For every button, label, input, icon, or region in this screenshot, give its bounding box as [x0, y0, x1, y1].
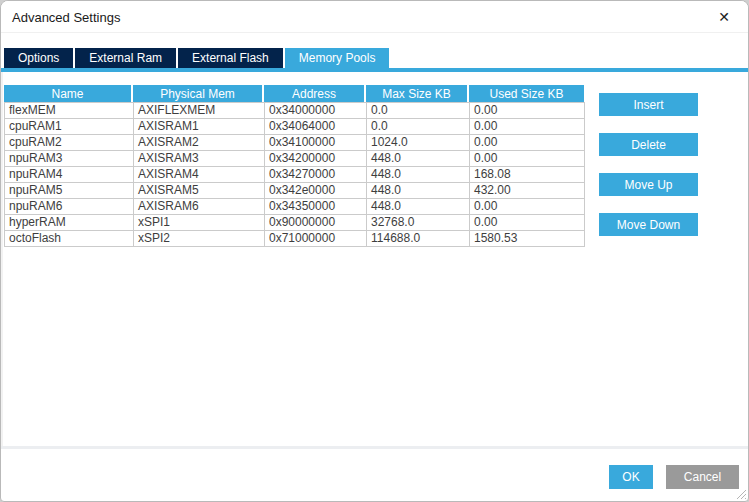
- tab-options[interactable]: Options: [4, 48, 73, 68]
- cell-max-size[interactable]: 114688.0: [367, 231, 470, 247]
- cell-max-size[interactable]: 448.0: [367, 167, 470, 183]
- column-header-max-size: Max Size KB: [366, 85, 469, 102]
- cell-name[interactable]: npuRAM3: [5, 151, 134, 167]
- cell-used-size[interactable]: 432.00: [470, 183, 585, 199]
- table-row[interactable]: npuRAM4 AXISRAM4 0x34270000 448.0 168.08: [5, 167, 585, 183]
- cell-physical-mem[interactable]: AXISRAM6: [134, 199, 265, 215]
- cell-max-size[interactable]: 448.0: [367, 199, 470, 215]
- column-header-physical-mem: Physical Mem: [133, 85, 264, 102]
- cell-max-size[interactable]: 448.0: [367, 183, 470, 199]
- cell-used-size[interactable]: 0.00: [470, 199, 585, 215]
- move-up-button[interactable]: Move Up: [599, 173, 698, 196]
- table-row[interactable]: npuRAM6 AXISRAM6 0x34350000 448.0 0.00: [5, 199, 585, 215]
- tab-memory-pools[interactable]: Memory Pools: [285, 48, 390, 68]
- cell-used-size[interactable]: 168.08: [470, 167, 585, 183]
- cell-used-size[interactable]: 1580.53: [470, 231, 585, 247]
- insert-button[interactable]: Insert: [599, 93, 698, 116]
- cell-used-size[interactable]: 0.00: [470, 151, 585, 167]
- cell-name[interactable]: npuRAM4: [5, 167, 134, 183]
- footer-separator: [1, 446, 748, 449]
- title-bar[interactable]: Advanced Settings ✕: [1, 1, 748, 33]
- cell-name[interactable]: npuRAM6: [5, 199, 134, 215]
- table-row[interactable]: npuRAM3 AXISRAM3 0x34200000 448.0 0.00: [5, 151, 585, 167]
- cell-address[interactable]: 0x34064000: [265, 119, 367, 135]
- cell-name[interactable]: hyperRAM: [5, 215, 134, 231]
- cell-max-size[interactable]: 1024.0: [367, 135, 470, 151]
- cell-address[interactable]: 0x342e0000: [265, 183, 367, 199]
- table-row[interactable]: npuRAM5 AXISRAM5 0x342e0000 448.0 432.00: [5, 183, 585, 199]
- cell-used-size[interactable]: 0.00: [470, 103, 585, 119]
- column-header-used-size: Used Size KB: [469, 85, 584, 102]
- delete-button[interactable]: Delete: [599, 133, 698, 156]
- cell-max-size[interactable]: 32768.0: [367, 215, 470, 231]
- window-title: Advanced Settings: [12, 1, 120, 33]
- tab-bar: Options External Ram External Flash Memo…: [4, 48, 389, 68]
- cell-name[interactable]: npuRAM5: [5, 183, 134, 199]
- close-icon[interactable]: ✕: [708, 5, 740, 29]
- column-header-address: Address: [264, 85, 366, 102]
- cell-physical-mem[interactable]: AXIFLEXMEM: [134, 103, 265, 119]
- cell-physical-mem[interactable]: AXISRAM4: [134, 167, 265, 183]
- cell-name[interactable]: cpuRAM1: [5, 119, 134, 135]
- table-row[interactable]: cpuRAM2 AXISRAM2 0x34100000 1024.0 0.00: [5, 135, 585, 151]
- cell-name[interactable]: cpuRAM2: [5, 135, 134, 151]
- tab-external-flash[interactable]: External Flash: [178, 48, 283, 68]
- cell-name[interactable]: flexMEM: [5, 103, 134, 119]
- tab-external-ram[interactable]: External Ram: [75, 48, 176, 68]
- cell-max-size[interactable]: 448.0: [367, 151, 470, 167]
- table-row[interactable]: cpuRAM1 AXISRAM1 0x34064000 0.0 0.00: [5, 119, 585, 135]
- cell-physical-mem[interactable]: xSPI1: [134, 215, 265, 231]
- cell-address[interactable]: 0x34100000: [265, 135, 367, 151]
- cell-used-size[interactable]: 0.00: [470, 119, 585, 135]
- table-header: Name Physical Mem Address Max Size KB Us…: [4, 85, 584, 102]
- cell-physical-mem[interactable]: AXISRAM2: [134, 135, 265, 151]
- cell-address[interactable]: 0x34350000: [265, 199, 367, 215]
- cancel-button[interactable]: Cancel: [666, 465, 739, 489]
- cell-address[interactable]: 0x90000000: [265, 215, 367, 231]
- cell-used-size[interactable]: 0.00: [470, 215, 585, 231]
- cell-address[interactable]: 0x71000000: [265, 231, 367, 247]
- cell-name[interactable]: octoFlash: [5, 231, 134, 247]
- table-row[interactable]: octoFlash xSPI2 0x71000000 114688.0 1580…: [5, 231, 585, 247]
- advanced-settings-dialog: Advanced Settings ✕ Options External Ram…: [0, 0, 749, 502]
- move-down-button[interactable]: Move Down: [599, 213, 698, 236]
- cell-physical-mem[interactable]: AXISRAM1: [134, 119, 265, 135]
- table-row[interactable]: hyperRAM xSPI1 0x90000000 32768.0 0.00: [5, 215, 585, 231]
- cell-max-size[interactable]: 0.0: [367, 103, 470, 119]
- column-header-name: Name: [4, 85, 133, 102]
- cell-address[interactable]: 0x34200000: [265, 151, 367, 167]
- resize-grip-icon[interactable]: [734, 487, 746, 499]
- cell-physical-mem[interactable]: AXISRAM3: [134, 151, 265, 167]
- table-row[interactable]: flexMEM AXIFLEXMEM 0x34000000 0.0 0.00: [5, 103, 585, 119]
- cell-address[interactable]: 0x34000000: [265, 103, 367, 119]
- cell-address[interactable]: 0x34270000: [265, 167, 367, 183]
- memory-pools-table: flexMEM AXIFLEXMEM 0x34000000 0.0 0.00 c…: [4, 102, 585, 247]
- cell-used-size[interactable]: 0.00: [470, 135, 585, 151]
- cell-physical-mem[interactable]: xSPI2: [134, 231, 265, 247]
- cell-max-size[interactable]: 0.0: [367, 119, 470, 135]
- cell-physical-mem[interactable]: AXISRAM5: [134, 183, 265, 199]
- ok-button[interactable]: OK: [609, 465, 653, 489]
